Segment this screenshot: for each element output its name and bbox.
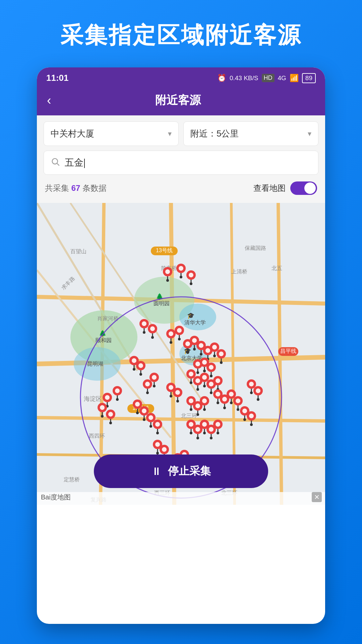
svg-text:13号线: 13号线 <box>156 248 173 253</box>
stop-label: 停止采集 <box>168 464 211 479</box>
toggle-knob <box>304 182 316 194</box>
headline: 采集指定区域附近客源 <box>47 0 315 67</box>
svg-text:上清桥: 上清桥 <box>231 269 247 274</box>
stop-btn-area: ⏸ 停止采集 <box>94 454 268 488</box>
svg-text:圆明园: 圆明园 <box>154 301 170 306</box>
battery-indicator: 89 <box>302 73 316 83</box>
dropdown-row: 中关村大厦 ▾ 附近：5公里 ▾ <box>44 121 318 146</box>
nav-bar: ‹ 附近客源 <box>37 87 325 115</box>
svg-text:百望山: 百望山 <box>70 249 86 254</box>
nearby-chevron-icon: ▾ <box>308 129 311 138</box>
hd-badge: HD <box>262 74 275 82</box>
signal-bars-icon: 📶 <box>290 74 299 83</box>
svg-text:🎓: 🎓 <box>187 312 195 319</box>
status-icons: ⏰ 0.43 KB/S HD 4G 📶 89 <box>217 73 316 83</box>
svg-point-22 <box>179 304 216 330</box>
svg-rect-57 <box>37 492 325 505</box>
stats-count: 67 <box>71 183 80 193</box>
close-watermark-button[interactable]: ✕ <box>312 492 322 502</box>
stop-collection-button[interactable]: ⏸ 停止采集 <box>94 454 268 488</box>
location-dropdown[interactable]: 中关村大厦 ▾ <box>44 121 179 146</box>
svg-point-0 <box>52 158 58 164</box>
search-box[interactable]: 五金 <box>44 151 318 175</box>
phone-frame: 11:01 ⏰ 0.43 KB/S HD 4G 📶 89 ‹ 附近客源 中关村大… <box>37 67 325 624</box>
page-title: 附近客源 <box>58 93 298 108</box>
svg-text:北五: 北五 <box>272 265 282 271</box>
location-chevron-icon: ▾ <box>168 129 172 138</box>
svg-text:保藏国路: 保藏国路 <box>245 245 266 251</box>
controls-area: 中关村大厦 ▾ 附近：5公里 ▾ 五金 共采集 67 <box>37 115 325 203</box>
map-toggle-label: 查看地图 <box>253 183 286 194</box>
back-button[interactable]: ‹ <box>47 93 51 108</box>
svg-text:Bai度地图: Bai度地图 <box>41 493 71 501</box>
nearby-dropdown[interactable]: 附近：5公里 ▾ <box>183 121 318 146</box>
svg-text:肖家河桥: 肖家河桥 <box>97 316 119 321</box>
svg-line-1 <box>57 163 59 165</box>
svg-text:北三环: 北三环 <box>181 413 197 419</box>
search-icon <box>51 157 60 169</box>
stats-suffix: 条数据 <box>82 183 107 193</box>
map-container: 🌲 颐和园 昆明湖 🌲 圆明园 🎓 清华大学 🎓 北京大学 16号线 10号线 … <box>37 203 325 505</box>
map-toggle-area: 查看地图 <box>253 181 317 195</box>
signal-4g: 4G <box>278 74 286 82</box>
nearby-value: 附近：5公里 <box>190 128 239 140</box>
stats-prefix: 共采集 <box>45 183 69 193</box>
svg-text:定慧桥: 定慧桥 <box>64 477 80 482</box>
svg-text:昆明湖: 昆明湖 <box>87 361 103 367</box>
search-input[interactable]: 五金 <box>65 156 311 169</box>
location-value: 中关村大厦 <box>51 128 94 140</box>
svg-text:昌平线: 昌平线 <box>280 348 296 354</box>
status-time: 11:01 <box>46 73 69 83</box>
pause-icon: ⏸ <box>151 465 162 478</box>
alarm-icon: ⏰ <box>217 74 226 83</box>
svg-text:西四环: 西四环 <box>89 433 105 439</box>
stats-row: 共采集 67 条数据 查看地图 <box>44 179 318 197</box>
network-speed: 0.43 KB/S <box>230 74 258 82</box>
status-bar: 11:01 ⏰ 0.43 KB/S HD 4G 📶 89 <box>37 67 325 87</box>
svg-text:清华大学: 清华大学 <box>184 320 206 325</box>
stats-text: 共采集 67 条数据 <box>45 183 107 194</box>
map-toggle-switch[interactable] <box>290 181 317 195</box>
svg-text:海淀区: 海淀区 <box>84 395 102 402</box>
